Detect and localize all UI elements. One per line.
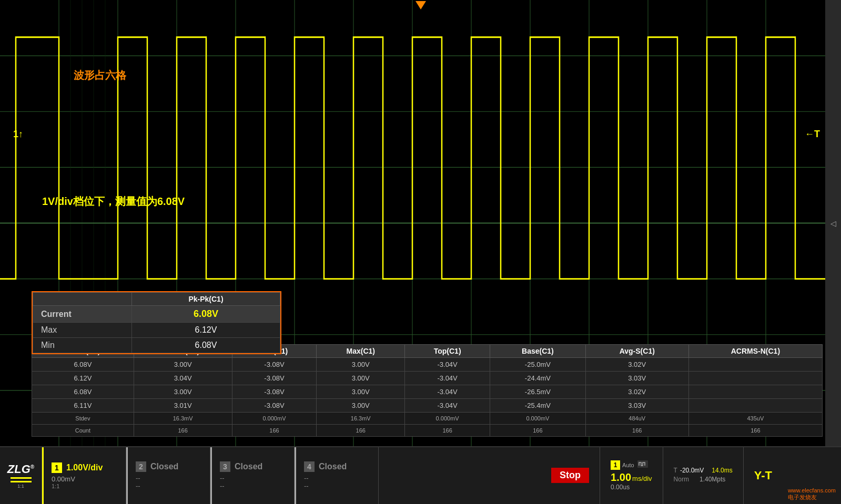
trig-t-label: T (674, 467, 677, 474)
bottom-toolbar: ZLG® 1:1 1 1.00V/div 0.00mV 1:1 2 Closed… (0, 446, 841, 504)
max-r1: 3.00V (317, 358, 405, 372)
trig-14ms: 14.0ms (712, 467, 732, 474)
ch4-number: 4 (304, 461, 315, 472)
meas-row-2: 6.12V3.04V-3.08V3.00V-3.04V-24.4mV3.03V (32, 372, 823, 385)
ch2-label: Closed (150, 462, 178, 471)
ch2-dash: -- (136, 474, 202, 482)
count-row: Count166166166166166166166 (32, 425, 823, 437)
timebase-sub: 0.00us (611, 484, 630, 491)
logo-model: 1:1 (17, 484, 24, 489)
stop-button[interactable]: Stop (551, 468, 589, 483)
timebase-value: 1.00 (611, 471, 631, 484)
trigger-arrow (416, 1, 426, 9)
channel4-block[interactable]: 4 Closed -- -- (295, 447, 379, 504)
auto-label: Auto (622, 462, 634, 468)
meas-row-1: 6.08V 3.00V -3.08V 3.00V -3.04V -25.0mV … (32, 358, 823, 372)
t-label: ←T (805, 129, 820, 140)
col-acrms-header: ACRMS-N(C1) (688, 345, 822, 358)
pkpk-r1: 6.08V (32, 358, 134, 372)
ch2-number: 2 (136, 461, 146, 472)
ch-icon (637, 460, 648, 470)
min-label: Min (33, 338, 132, 353)
trig-norm-label: Norm (674, 476, 689, 483)
ch1-ratio: 1:1 (52, 483, 118, 489)
col-top-header: Top(C1) (405, 345, 490, 358)
col-max-header: Max(C1) (317, 345, 405, 358)
avgs-r1: 3.02V (585, 358, 688, 372)
ch3-number: 3 (220, 461, 230, 472)
mean-r1: 3.00V (134, 358, 232, 372)
popup-pkpk-header: Pk-Pk(C1) (132, 293, 280, 306)
channel1-label: 1↑ (13, 129, 23, 140)
current-value: 6.08V (132, 306, 280, 323)
min-r1: -3.08V (232, 358, 317, 372)
trigger-block[interactable]: T -20.0mV 14.0ms Norm 1.40Mpts (663, 447, 744, 504)
trig-mpts: 1.40Mpts (700, 476, 725, 483)
yt-label: Y-T (754, 469, 772, 482)
top-r1: -3.04V (405, 358, 490, 372)
stdev-row: Stdev16.3mV0.000mV16.3mV0.000mV0.000mV48… (32, 413, 823, 425)
meas-row-4: 6.11V3.01V-3.08V3.00V-3.04V-25.4mV3.03V (32, 399, 823, 413)
popup-col1-header (33, 293, 132, 306)
current-label: Current (33, 306, 132, 323)
acrms-r1 (688, 358, 822, 372)
ch3-label: Closed (235, 462, 262, 471)
min-row: Min 6.08V (33, 338, 280, 353)
yt-block[interactable]: Y-T (744, 447, 783, 504)
channel1-block[interactable]: 1 1.00V/div 0.00mV 1:1 (42, 447, 126, 504)
max-row: Max 6.12V (33, 323, 280, 338)
col-avgs-header: Avg-S(C1) (585, 345, 688, 358)
channel2-block[interactable]: 2 Closed -- -- (126, 447, 210, 504)
measurement-stats-table: Pk-Pk(C1) Mean(C1) Min(C1) Max(C1) Top(C… (32, 344, 823, 437)
watermark: www.elecfans.com 电子发烧友 (783, 447, 841, 504)
annotation-measurement-info: 1V/div档位下，测量值为6.08V (42, 194, 185, 209)
min-value: 6.08V (132, 338, 280, 353)
scroll-arrow[interactable]: ◁ (830, 219, 836, 228)
meas-row-3: 6.08V3.00V-3.08V3.00V-3.04V-26.5mV3.02V (32, 385, 823, 399)
timebase-block[interactable]: 1 Auto 1.00 ms/div 0.00us (600, 447, 663, 504)
annotation-waveform-size: 波形占六格 (74, 68, 126, 83)
ch4-dash: -- (304, 474, 370, 482)
max-value: 6.12V (132, 323, 280, 338)
ch1-voltage: 1.00V/div (66, 463, 103, 472)
col-base-header: Base(C1) (490, 345, 586, 358)
trig-t-value: -20.0mV (680, 467, 704, 474)
logo: ZLG® (7, 462, 34, 476)
measurement-popup: Pk-Pk(C1) Current 6.08V Max 6.12V Min 6.… (32, 291, 281, 354)
base-r1: -25.0mV (490, 358, 586, 372)
ch1-offset: 0.00mV (52, 475, 118, 483)
max-label: Max (33, 323, 132, 338)
timebase-ch-indicator: 1 (611, 460, 620, 470)
stop-block[interactable]: Stop (541, 447, 600, 504)
timebase-unit: ms/div (632, 475, 652, 482)
scope-display: 1↑ ←T 波形占六格 1V/div档位下，测量值为6.08V ◁ Pk-Pk(… (0, 0, 841, 446)
watermark-text: www.elecfans.com (788, 487, 836, 493)
current-row: Current 6.08V (33, 306, 280, 323)
right-panel[interactable]: ◁ (825, 0, 841, 446)
ch1-number: 1 (52, 462, 62, 473)
ch3-dash: -- (220, 474, 286, 482)
watermark-text2: 电子发烧友 (788, 493, 836, 501)
logo-area: ZLG® 1:1 (0, 447, 42, 504)
channel3-block[interactable]: 3 Closed -- -- (210, 447, 295, 504)
ch4-label: Closed (319, 462, 347, 471)
